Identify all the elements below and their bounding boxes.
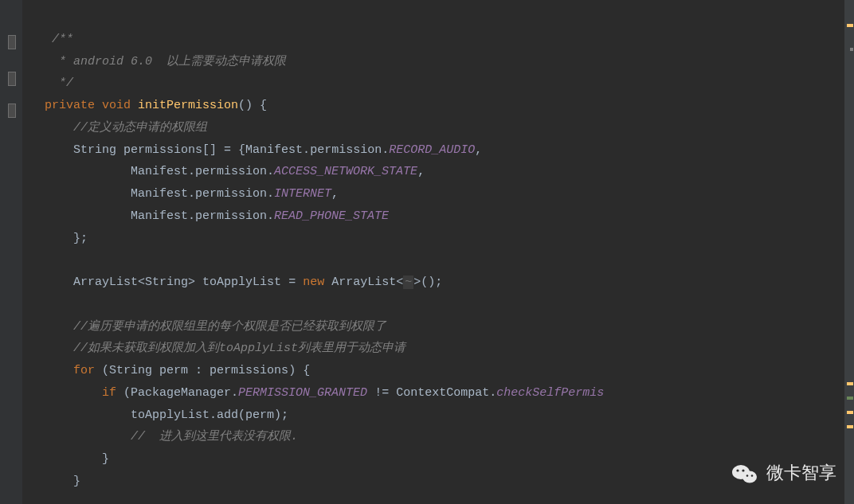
editor-gutter xyxy=(0,0,22,504)
code-line: toApplyList.add(perm); xyxy=(30,408,288,422)
doc-comment: * android 6.0 以上需要动态申请权限 xyxy=(52,55,286,68)
wechat-icon xyxy=(731,463,758,485)
code-line: Manifest.permission.ACCESS_NETWORK_STATE… xyxy=(30,165,425,178)
doc-comment: /** xyxy=(52,33,73,46)
code-line: Manifest.permission.INTERNET, xyxy=(30,187,339,201)
code-line: //遍历要申请的权限组里的每个权限是否已经获取到权限了 xyxy=(30,320,386,334)
svg-point-6 xyxy=(751,475,754,477)
svg-point-3 xyxy=(736,469,738,471)
type-string: String xyxy=(73,143,116,157)
code-line: private void initPermission() { xyxy=(30,99,267,112)
code-line: } xyxy=(30,475,80,488)
marker-stripe xyxy=(844,0,854,504)
code-line xyxy=(30,253,37,267)
type-arraylist: ArrayList xyxy=(73,275,138,289)
fold-marker[interactable] xyxy=(8,104,16,118)
line-comment: //如果未获取到权限加入到toApplyList列表里用于动态申请 xyxy=(73,342,405,355)
code-line: /** xyxy=(30,33,73,46)
watermark: 微卡智享 xyxy=(731,457,836,490)
const-record-audio: RECORD_AUDIO xyxy=(389,143,475,157)
line-comment: //定义动态申请的权限组 xyxy=(73,121,207,135)
keyword-private: private xyxy=(45,99,95,112)
svg-point-4 xyxy=(742,469,744,471)
diamond-hint: ~ xyxy=(403,275,413,289)
code-line: * android 6.0 以上需要动态申请权限 xyxy=(30,55,286,68)
method-name: initPermission xyxy=(138,99,238,112)
code-line: //定义动态申请的权限组 xyxy=(30,121,207,135)
code-line: if (PackageManager.PERMISSION_GRANTED !=… xyxy=(30,386,604,400)
const-permission-granted: PERMISSION_GRANTED xyxy=(238,386,367,400)
keyword-new: new xyxy=(303,275,324,289)
keyword-void: void xyxy=(102,99,131,112)
fold-marker[interactable] xyxy=(8,72,16,86)
line-comment: // 进入到这里代表没有权限. xyxy=(131,430,298,443)
code-line: */ xyxy=(30,76,73,90)
svg-point-5 xyxy=(746,475,749,477)
keyword-if: if xyxy=(102,386,116,400)
const-network-state: ACCESS_NETWORK_STATE xyxy=(274,165,417,178)
watermark-text: 微卡智享 xyxy=(766,457,836,490)
code-line: String permissions[] = {Manifest.permiss… xyxy=(30,143,482,157)
doc-comment: */ xyxy=(52,76,73,90)
const-internet: INTERNET xyxy=(274,187,331,201)
code-editor[interactable]: /** * android 6.0 以上需要动态申请权限 */ private … xyxy=(22,0,844,493)
method-check-self: checkSelfPermis xyxy=(496,386,604,400)
code-line: for (String perm : permissions) { xyxy=(30,364,310,377)
code-line: //如果未获取到权限加入到toApplyList列表里用于动态申请 xyxy=(30,342,405,355)
keyword-for: for xyxy=(73,364,95,377)
const-read-phone: READ_PHONE_STATE xyxy=(274,209,389,223)
fold-marker[interactable] xyxy=(8,35,16,49)
code-line: Manifest.permission.READ_PHONE_STATE xyxy=(30,209,389,223)
code-line xyxy=(30,298,37,311)
code-line: }; xyxy=(30,232,88,245)
code-line: ArrayList<String> toApplyList = new Arra… xyxy=(30,275,442,289)
code-line: } xyxy=(30,452,109,466)
line-comment: //遍历要申请的权限组里的每个权限是否已经获取到权限了 xyxy=(73,320,386,334)
code-line: // 进入到这里代表没有权限. xyxy=(30,430,298,443)
